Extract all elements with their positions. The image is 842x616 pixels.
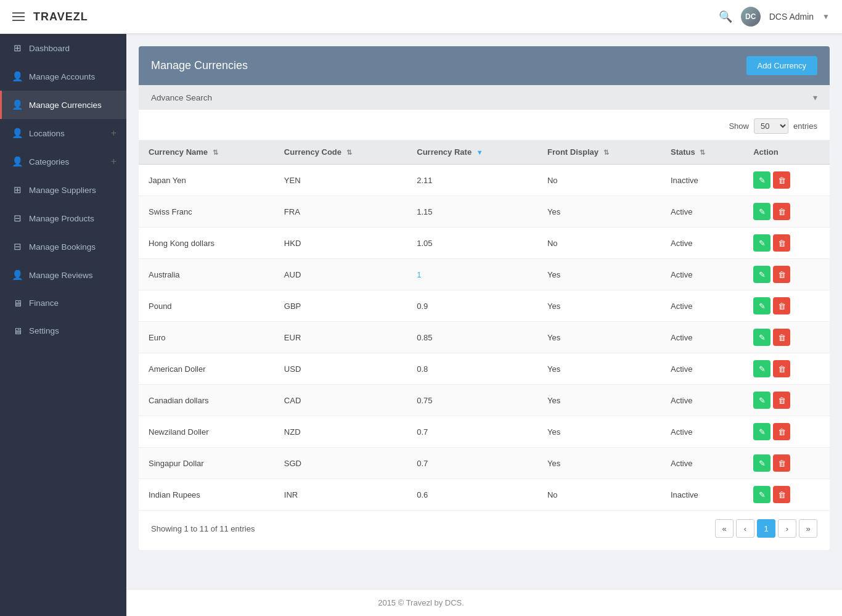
cell-status: Active (661, 196, 743, 228)
reviews-icon: 👤 (12, 269, 23, 281)
cell-rate: 0.7 (407, 416, 537, 448)
topbar-left: TRAVEZL (12, 10, 88, 23)
col-status[interactable]: Status ⇅ (661, 140, 743, 165)
delete-button[interactable]: 🗑 (773, 423, 790, 440)
edit-button[interactable]: ✎ (753, 203, 770, 220)
products-icon: ⊟ (12, 213, 23, 224)
cell-code: EUR (274, 322, 407, 353)
cell-rate: 0.8 (407, 353, 537, 385)
col-currency-name[interactable]: Currency Name ⇅ (139, 140, 274, 165)
edit-button[interactable]: ✎ (753, 171, 770, 189)
sidebar-item-manage-products[interactable]: ⊟ Manage Products (0, 204, 126, 232)
delete-button[interactable]: 🗑 (773, 297, 790, 314)
col-front-display[interactable]: Front Display ⇅ (537, 140, 661, 165)
sidebar-item-categories[interactable]: 👤 Categories + (0, 147, 126, 176)
cell-rate: 1 (407, 259, 537, 290)
delete-button[interactable]: 🗑 (773, 234, 790, 252)
sidebar: ⊞ Dashboard 👤 Manage Accounts 👤 Manage C… (0, 34, 126, 616)
cell-status: Active (661, 385, 743, 416)
col-currency-rate[interactable]: Currency Rate ▼ (407, 140, 537, 165)
sidebar-label-manage-products: Manage Products (29, 214, 116, 223)
pagination: « ‹ 1 › » (715, 519, 817, 538)
edit-button[interactable]: ✎ (753, 234, 770, 252)
table-row: Indian Rupees INR 0.6 No Inactive ✎ 🗑 (139, 479, 830, 511)
currencies-table: Currency Name ⇅ Currency Code ⇅ Currency… (139, 140, 830, 511)
cell-action: ✎ 🗑 (743, 353, 830, 385)
entries-select[interactable]: 50 25 10 100 (754, 118, 788, 134)
cell-front-display: Yes (537, 290, 661, 322)
cell-status: Active (661, 290, 743, 322)
delete-button[interactable]: 🗑 (773, 392, 790, 409)
sidebar-item-manage-suppliers[interactable]: ⊞ Manage Suppliers (0, 176, 126, 204)
table-row: Hong Kong dollars HKD 1.05 No Active ✎ 🗑 (139, 228, 830, 259)
cell-front-display: Yes (537, 385, 661, 416)
user-menu-chevron[interactable]: ▼ (822, 12, 830, 21)
advance-search-bar[interactable]: Advance Search ▾ (139, 85, 830, 110)
cell-code: YEN (274, 165, 407, 196)
cell-name: Newziland Doller (139, 416, 274, 448)
edit-button[interactable]: ✎ (753, 423, 770, 440)
edit-button[interactable]: ✎ (753, 266, 770, 283)
page-prev-button[interactable]: ‹ (736, 519, 754, 538)
edit-button[interactable]: ✎ (753, 392, 770, 409)
footer-text: 2015 © Travezl by DCS. (378, 598, 464, 607)
cell-action: ✎ 🗑 (743, 196, 830, 228)
sidebar-item-settings[interactable]: 🖥 Settings (0, 317, 126, 345)
cell-status: Active (661, 353, 743, 385)
cell-name: Indian Rupees (139, 479, 274, 511)
advance-search-chevron-icon: ▾ (813, 92, 817, 102)
edit-button[interactable]: ✎ (753, 454, 770, 472)
search-icon[interactable]: 🔍 (719, 10, 732, 23)
sidebar-item-finance[interactable]: 🖥 Finance (0, 289, 126, 317)
cell-action: ✎ 🗑 (743, 290, 830, 322)
sidebar-label-dashboard: Dashboard (29, 44, 116, 53)
sidebar-item-dashboard[interactable]: ⊞ Dashboard (0, 34, 126, 62)
app-logo: TRAVEZL (33, 10, 88, 23)
delete-button[interactable]: 🗑 (773, 360, 790, 377)
main-content: Manage Currencies Add Currency Advance S… (126, 34, 842, 589)
page-first-button[interactable]: « (715, 519, 734, 538)
cell-code: INR (274, 479, 407, 511)
edit-button[interactable]: ✎ (753, 360, 770, 377)
delete-button[interactable]: 🗑 (773, 454, 790, 472)
sidebar-label-manage-reviews: Manage Reviews (29, 271, 116, 280)
locations-plus-icon[interactable]: + (111, 128, 116, 139)
sidebar-item-manage-bookings[interactable]: ⊟ Manage Bookings (0, 232, 126, 261)
page-current-button[interactable]: 1 (757, 519, 775, 538)
advance-search-label: Advance Search (151, 93, 212, 102)
cell-front-display: No (537, 228, 661, 259)
edit-button[interactable]: ✎ (753, 329, 770, 346)
sidebar-item-manage-reviews[interactable]: 👤 Manage Reviews (0, 261, 126, 289)
topbar-right: 🔍 DC DCS Admin ▼ (719, 7, 830, 27)
sidebar-item-manage-currencies[interactable]: 👤 Manage Currencies (0, 91, 126, 119)
cell-rate: 0.9 (407, 290, 537, 322)
cell-name: American Doller (139, 353, 274, 385)
topbar: TRAVEZL 🔍 DC DCS Admin ▼ (0, 0, 842, 34)
sort-code-icon: ⇅ (346, 149, 352, 156)
sidebar-label-categories: Categories (29, 157, 105, 166)
delete-button[interactable]: 🗑 (773, 266, 790, 283)
sidebar-item-manage-accounts[interactable]: 👤 Manage Accounts (0, 62, 126, 91)
page-title: Manage Currencies (151, 59, 248, 72)
currencies-icon: 👤 (12, 99, 23, 110)
add-currency-button[interactable]: Add Currency (746, 56, 817, 75)
sidebar-item-locations[interactable]: 👤 Locations + (0, 119, 126, 147)
col-currency-code[interactable]: Currency Code ⇅ (274, 140, 407, 165)
hamburger-menu[interactable] (12, 12, 25, 21)
categories-plus-icon[interactable]: + (111, 156, 116, 167)
cell-action: ✎ 🗑 (743, 228, 830, 259)
page-next-button[interactable]: › (778, 519, 796, 538)
edit-button[interactable]: ✎ (753, 297, 770, 314)
cell-name: Australia (139, 259, 274, 290)
edit-button[interactable]: ✎ (753, 486, 770, 503)
table-row: Euro EUR 0.85 Yes Active ✎ 🗑 (139, 322, 830, 353)
sort-status-icon: ⇅ (700, 149, 705, 156)
delete-button[interactable]: 🗑 (773, 171, 790, 189)
delete-button[interactable]: 🗑 (773, 203, 790, 220)
page-last-button[interactable]: » (799, 519, 817, 538)
table-row: Swiss Franc FRA 1.15 Yes Active ✎ 🗑 (139, 196, 830, 228)
cell-code: USD (274, 353, 407, 385)
delete-button[interactable]: 🗑 (773, 486, 790, 503)
delete-button[interactable]: 🗑 (773, 329, 790, 346)
cell-status: Active (661, 416, 743, 448)
